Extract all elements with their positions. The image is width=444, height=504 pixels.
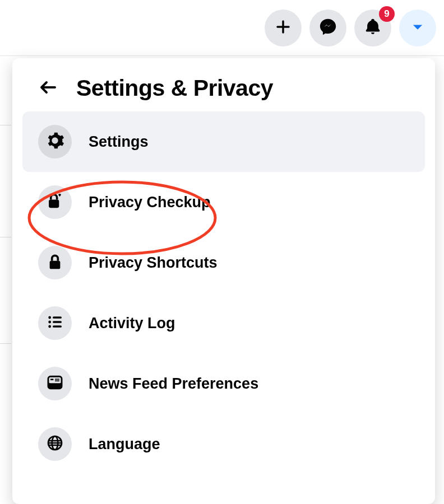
- menu-item-label: Privacy Checkup: [89, 194, 211, 211]
- menu-list: Settings Privacy Checkup: [12, 111, 435, 474]
- svg-point-5: [48, 325, 51, 328]
- svg-point-0: [53, 139, 57, 142]
- gear-icon: [45, 131, 64, 152]
- menu-item-label: Language: [89, 436, 160, 453]
- svg-rect-6: [53, 316, 62, 319]
- menu-item-language[interactable]: Language: [22, 414, 425, 474]
- menu-icon-wrap: [38, 246, 72, 279]
- menu-icon-wrap: [38, 306, 72, 340]
- menu-item-privacy-shortcuts[interactable]: Privacy Shortcuts: [22, 232, 425, 293]
- list-icon: [46, 313, 64, 333]
- feed-icon: [46, 374, 64, 394]
- bell-icon: [363, 17, 382, 39]
- svg-point-4: [48, 321, 51, 324]
- svg-rect-1: [49, 200, 59, 208]
- svg-rect-12: [50, 379, 53, 380]
- messenger-icon: [318, 17, 337, 39]
- menu-icon-wrap: [38, 427, 72, 461]
- menu-item-settings[interactable]: Settings: [22, 111, 425, 172]
- chevron-down-icon: [410, 19, 425, 37]
- panel-header: Settings & Privacy: [12, 75, 435, 111]
- lock-heart-icon: [45, 192, 64, 213]
- menu-item-news-feed-preferences[interactable]: News Feed Preferences: [22, 353, 425, 414]
- topbar: 9: [0, 0, 444, 56]
- arrow-left-icon: [38, 77, 58, 100]
- menu-icon-wrap: [38, 367, 72, 400]
- menu-item-label: News Feed Preferences: [89, 375, 258, 393]
- svg-rect-2: [50, 261, 61, 269]
- svg-rect-7: [53, 321, 62, 323]
- panel-title: Settings & Privacy: [76, 75, 273, 101]
- menu-item-label: Activity Log: [89, 315, 175, 332]
- messenger-button[interactable]: [309, 10, 346, 46]
- menu-item-label: Settings: [89, 133, 149, 151]
- menu-icon-wrap: [38, 125, 72, 158]
- back-button[interactable]: [38, 77, 58, 100]
- svg-rect-8: [53, 325, 62, 328]
- lock-icon: [46, 253, 64, 273]
- menu-item-activity-log[interactable]: Activity Log: [22, 293, 425, 353]
- svg-rect-14: [55, 380, 59, 381]
- globe-icon: [46, 434, 64, 454]
- svg-point-3: [48, 316, 51, 319]
- menu-item-label: Privacy Shortcuts: [89, 254, 218, 272]
- notifications-button[interactable]: 9: [354, 10, 391, 46]
- settings-privacy-panel: Settings & Privacy Settings: [12, 58, 435, 504]
- account-menu-button[interactable]: [399, 10, 436, 46]
- menu-icon-wrap: [38, 185, 72, 219]
- background-sidebar: [0, 58, 11, 504]
- plus-icon: [275, 18, 292, 38]
- svg-rect-10: [48, 376, 62, 383]
- svg-rect-13: [55, 379, 59, 380]
- menu-item-privacy-checkup[interactable]: Privacy Checkup: [22, 172, 425, 232]
- create-button[interactable]: [265, 10, 302, 46]
- notification-badge: 9: [379, 6, 395, 22]
